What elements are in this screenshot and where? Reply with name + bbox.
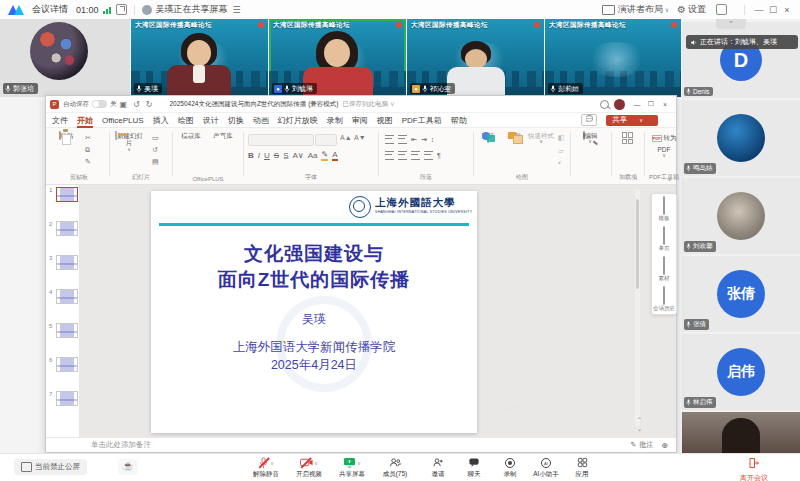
ai-assistant-button[interactable]: AI AI小助手 [527, 456, 565, 479]
shape-fill-icon[interactable]: ◧ [558, 134, 565, 142]
tab-draw[interactable]: 绘图 [178, 115, 194, 126]
page-library-button[interactable]: 单页库 [209, 132, 237, 139]
slide-canvas[interactable]: 上海外國語大學 SHANGHAI INTERNATIONAL STUDIES U… [151, 191, 477, 433]
tea-break-icon[interactable]: ☕ [118, 459, 138, 475]
account-avatar[interactable] [614, 99, 625, 110]
decrease-indent-icon[interactable]: ⇤ [411, 136, 417, 144]
meeting-detail-button[interactable]: 会议详情 [32, 3, 68, 16]
font-color-button[interactable]: A [332, 150, 337, 161]
align-left-icon[interactable] [385, 151, 394, 160]
text-direction-icon[interactable]: ¶ [437, 152, 441, 159]
to-pdf-button[interactable]: PDF 转为PDF∨ [650, 132, 678, 159]
cut-icon[interactable]: ✂ [85, 134, 91, 142]
participant-tile[interactable]: 刘欢馨 [682, 178, 800, 254]
ppt-restore-button[interactable]: ☐ [644, 100, 658, 108]
character-spacing-button[interactable]: A∨ [292, 151, 303, 160]
reset-icon[interactable]: ↺ [152, 146, 159, 154]
new-slide-button[interactable]: 新建幻灯片∨ [114, 132, 144, 153]
underline-button[interactable]: U [264, 151, 270, 160]
slide-thumbnail[interactable]: 5 [46, 321, 79, 355]
dock-page-button[interactable]: 单页 [652, 227, 676, 251]
video-tile[interactable]: 大湾区国际传播高峰论坛 彭莉姮 [545, 19, 681, 97]
participant-tile[interactable]: 张倩 张倩 [682, 256, 800, 332]
align-center-icon[interactable] [398, 151, 407, 160]
change-case-button[interactable]: Aa [308, 151, 318, 160]
font-name-box[interactable] [248, 134, 314, 146]
video-tile[interactable]: 大湾区国际传播高峰论坛 ● 祁沁雯 [407, 19, 544, 97]
collapse-ribbon-icon[interactable]: ∨ [668, 175, 672, 182]
grow-font-icon[interactable]: A▲ [340, 134, 352, 141]
dock-template-button[interactable]: 模板 [652, 197, 676, 221]
tab-help[interactable]: 帮助 [451, 115, 467, 126]
video-tile-active-speaker[interactable]: 大湾区国际传播高峰论坛 ● 刘毓琳 [269, 19, 406, 97]
slide-thumbnail[interactable]: 1 [46, 185, 79, 219]
line-spacing-icon[interactable]: ↕ [431, 136, 435, 143]
tab-officeplus[interactable]: OfficePLUS [102, 116, 144, 125]
tab-insert[interactable]: 插入 [153, 115, 169, 126]
apps-button[interactable]: 应用 [563, 456, 601, 479]
shape-effects-icon[interactable]: ◐ [558, 159, 565, 166]
increase-indent-icon[interactable]: ⇥ [421, 136, 427, 144]
sidebar-collapse-button[interactable]: ⌃ [716, 19, 746, 29]
slide-thumbnail[interactable]: 7 [46, 389, 79, 423]
comment-button[interactable]: 批注 [639, 440, 653, 450]
share-screen-button[interactable]: ∨ 共享屏幕 [333, 456, 371, 479]
video-tile[interactable]: 大湾区国际传播高峰论坛 吴瑛 [131, 19, 268, 97]
quick-styles-button[interactable]: 快速样式∨ [528, 132, 554, 145]
tab-record[interactable]: 录制 [327, 115, 343, 126]
participant-tile[interactable]: 鸣岛姞 [682, 100, 800, 176]
dock-history-button[interactable]: 会话历史 [652, 287, 676, 311]
numbering-icon[interactable] [398, 135, 407, 144]
bullets-icon[interactable] [385, 135, 394, 144]
shapes-button[interactable]: 形状∨ [476, 132, 500, 145]
share-button[interactable]: 共享∨ [606, 115, 658, 126]
video-tile[interactable]: 郭张培 [0, 19, 130, 97]
section-icon[interactable]: ▤ [152, 158, 159, 166]
tab-design[interactable]: 设计 [203, 115, 219, 126]
slide-thumbnail[interactable]: 2 [46, 219, 79, 253]
strikethrough-button[interactable]: S [274, 151, 279, 160]
bold-button[interactable]: B [248, 151, 254, 160]
align-right-icon[interactable] [411, 151, 420, 160]
save-status[interactable]: 已保存到此电脑 ∨ [343, 100, 396, 109]
format-painter-icon[interactable]: ✎ [85, 158, 91, 166]
tab-transitions[interactable]: 切换 [228, 115, 244, 126]
notes-placeholder[interactable]: 单击此处添加备注 [91, 440, 151, 450]
record-button[interactable]: 录制 [491, 456, 529, 479]
italic-button[interactable]: I [258, 151, 260, 160]
participant-tile[interactable]: 启伟 林启伟 [682, 334, 800, 410]
comment-icon[interactable]: 💬 [581, 114, 597, 126]
autosave-toggle[interactable] [92, 100, 107, 108]
participant-tile[interactable]: D Denis [682, 22, 800, 98]
leave-meeting-button[interactable]: 离开会议 [728, 455, 780, 481]
list-icon[interactable]: ☰ [233, 5, 241, 15]
speaker-layout-button[interactable]: 演讲者布局 [618, 3, 663, 16]
undo-icon[interactable]: ↺ [133, 100, 140, 109]
slide-thumbnail[interactable]: 6 [46, 355, 79, 389]
close-button[interactable]: × [780, 5, 794, 15]
ppt-close-button[interactable]: × [658, 101, 672, 108]
dock-assets-button[interactable]: 素材 [652, 257, 676, 281]
arrange-button[interactable]: 排列∨ [502, 132, 526, 145]
vertical-scrollbar[interactable] [635, 189, 640, 427]
shape-outline-icon[interactable]: ▱ [558, 147, 565, 155]
template-library-button[interactable]: 模板库 [177, 132, 205, 139]
edit-button[interactable]: 编辑∨ [577, 132, 603, 145]
slide-thumbnail[interactable]: 3 [46, 253, 79, 287]
chat-button[interactable]: 聊天 [455, 456, 493, 479]
copy-icon[interactable]: ⧉ [85, 146, 91, 154]
ppt-minimize-button[interactable]: — [630, 101, 644, 108]
paste-button[interactable]: 粘贴∨ [53, 132, 79, 145]
redo-icon[interactable]: ↻ [146, 100, 153, 109]
zoom-in-icon[interactable]: ⊕ [661, 441, 668, 450]
highlight-color-button[interactable]: ✎ [321, 150, 328, 161]
font-size-box[interactable] [315, 134, 337, 146]
save-icon[interactable]: ▣ [120, 100, 128, 109]
tab-file[interactable]: 文件 [52, 115, 68, 126]
tab-home[interactable]: 开始 [77, 115, 93, 126]
popout-icon[interactable] [116, 4, 127, 15]
maximize-button[interactable]: ☐ [766, 5, 780, 15]
tab-animations[interactable]: 动画 [253, 115, 269, 126]
members-button[interactable]: 成员(75) [376, 456, 414, 479]
start-video-button[interactable]: ∨ 开启视频 [290, 456, 328, 479]
